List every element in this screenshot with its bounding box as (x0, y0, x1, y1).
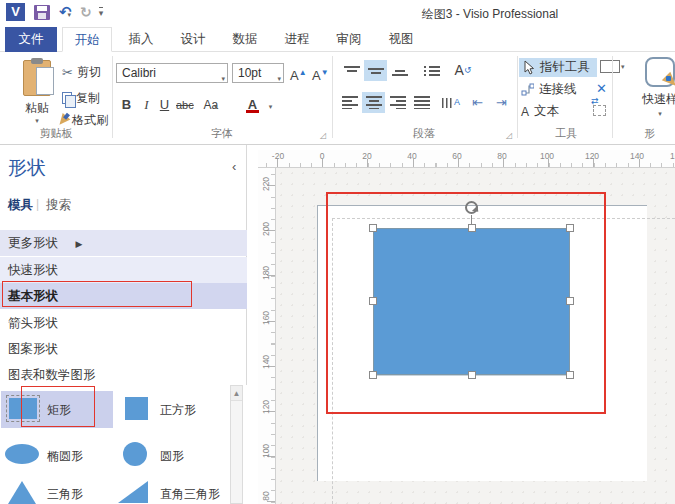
paste-caret-icon[interactable]: ▾ (16, 117, 58, 125)
align-top-button[interactable] (340, 60, 363, 81)
quick-styles-caret-icon[interactable]: ▾ (640, 110, 675, 118)
align-left-button[interactable] (338, 92, 361, 113)
undo-button[interactable]: ↶▾ (59, 3, 71, 21)
font-size-dropdown-icon[interactable]: ▾ (277, 70, 281, 88)
ruler-label: 20 (356, 151, 378, 161)
redo-icon[interactable]: ↻ (80, 4, 92, 20)
justify-button[interactable] (410, 92, 433, 113)
connection-point-tool-button[interactable]: ✕ (596, 81, 607, 96)
italic-button[interactable]: I (138, 95, 155, 115)
gallery-item-circle[interactable] (123, 442, 147, 466)
font-color-button[interactable]: A (244, 95, 261, 115)
gallery-scrollbar[interactable]: ▲ (230, 385, 243, 504)
tab-process[interactable]: 进程 (274, 27, 320, 52)
font-name-combobox[interactable]: Calibri ▾ (116, 63, 228, 83)
pointer-tool-button[interactable]: 指针工具 (519, 58, 597, 77)
save-icon[interactable] (34, 5, 50, 20)
ruler-label: 80 (261, 483, 271, 504)
ruler-label: 120 (261, 394, 271, 420)
quick-styles-icon (645, 57, 675, 87)
font-dialog-launcher-icon[interactable]: ◿ (320, 131, 329, 140)
gallery-item-triangle[interactable] (8, 481, 36, 504)
ruler-label: 140 (261, 349, 271, 375)
ruler-label: 160 (261, 305, 271, 331)
ribbon-tab-row: 文件 开始 插入 设计 数据 进程 审阅 视图 (0, 27, 675, 52)
gallery-item-right-triangle[interactable] (118, 481, 148, 503)
gallery-label-right-triangle[interactable]: 直角三角形 (160, 486, 220, 503)
group-separator (517, 56, 518, 138)
font-size-combobox[interactable]: 10pt ▾ (232, 63, 284, 83)
gallery-item-ellipse[interactable] (5, 444, 39, 464)
connector-tool-label: 连接线 (539, 81, 577, 98)
change-case-caret-icon[interactable]: ▾ (214, 103, 218, 110)
expand-right-icon: ▶ (75, 239, 82, 249)
paste-button[interactable]: 粘贴 ▾ (16, 58, 58, 134)
undo-caret-icon[interactable]: ▾ (68, 11, 72, 18)
pointer-arrow-icon (522, 60, 535, 75)
ruler-label: 100 (536, 151, 558, 161)
align-right-button[interactable] (386, 92, 409, 113)
tab-home[interactable]: 开始 (62, 27, 112, 52)
visio-app-icon[interactable]: V (6, 3, 25, 21)
grow-font-button[interactable]: A▲ (290, 63, 307, 83)
rectangle-tool-icon (600, 60, 620, 73)
tab-data[interactable]: 数据 (222, 27, 268, 52)
rotate-text-button[interactable]: A↺ (450, 58, 476, 82)
tab-insert[interactable]: 插入 (118, 27, 164, 52)
align-middle-button[interactable] (364, 60, 387, 81)
gallery-label-square[interactable]: 正方形 (160, 402, 196, 419)
connector-tool-button[interactable]: 连接线 (521, 81, 577, 98)
font-name-value: Calibri (122, 66, 156, 80)
cut-button[interactable]: ✂ 剪切 (60, 62, 103, 82)
scroll-up-icon[interactable]: ▲ (231, 386, 242, 401)
shrink-font-button[interactable]: A▼ (312, 63, 329, 83)
bold-button[interactable]: B (118, 95, 135, 115)
copy-label: 复制 (76, 90, 100, 107)
decrease-indent-button[interactable]: ⇤ (466, 92, 489, 113)
ruler-label: 160 (666, 151, 675, 161)
copy-button[interactable]: 复制 (60, 88, 102, 108)
group-separator (332, 56, 333, 138)
tab-design[interactable]: 设计 (170, 27, 216, 52)
font-name-dropdown-icon[interactable]: ▾ (221, 70, 225, 88)
title-bar: V ↶▾ ↻ ▾ 绘图3 - Visio Professional (0, 0, 675, 27)
align-center-button[interactable] (362, 92, 385, 113)
text-tool-button[interactable]: A 文本 (521, 103, 559, 120)
underline-button[interactable]: U (156, 95, 173, 115)
stencil-item-arrow-shapes[interactable]: 箭头形状 (0, 310, 247, 336)
quick-styles-button[interactable]: 快速样 ▾ (640, 57, 675, 118)
gallery-label-ellipse[interactable]: 椭圆形 (47, 448, 83, 465)
gallery-label-circle[interactable]: 圆形 (160, 448, 184, 465)
gallery-label-triangle[interactable]: 三角形 (47, 486, 83, 503)
bullets-button[interactable] (420, 60, 443, 81)
annotation-box-rectangle (21, 386, 95, 427)
tab-stencils[interactable]: 模具 (8, 197, 33, 214)
tab-review[interactable]: 审阅 (326, 27, 372, 52)
tab-search[interactable]: 搜索 (46, 197, 71, 214)
ribbon: 粘贴 ▾ ✂ 剪切 复制 格式刷 剪贴板 Calibri ▾ 10pt ▾ A▲… (0, 52, 675, 145)
visio-window: V ↶▾ ↻ ▾ 绘图3 - Visio Professional 文件 开始 … (0, 0, 675, 504)
stencil-item-pattern-shapes[interactable]: 图案形状 (0, 336, 247, 362)
gallery-item-square[interactable] (125, 397, 148, 420)
cut-label: 剪切 (77, 64, 101, 81)
tab-file[interactable]: 文件 (5, 27, 57, 52)
strikethrough-button[interactable]: abc (176, 95, 194, 115)
horizontal-ruler: -20 0 20 40 60 80 100 120 140 160 (258, 150, 675, 168)
stencil-item-quick-shapes[interactable]: 快速形状 (0, 257, 247, 283)
rotate-shape-tool-button[interactable] (593, 105, 606, 116)
font-color-caret-icon[interactable]: ▾ (264, 95, 281, 115)
paste-label: 粘贴 (16, 100, 58, 117)
tab-view[interactable]: 视图 (378, 27, 424, 52)
pointer-tool-label: 指针工具 (540, 59, 590, 76)
change-case-button[interactable]: Aa▾ (202, 95, 219, 115)
rectangle-tool-caret-icon[interactable]: ▾ (621, 63, 625, 71)
align-bottom-button[interactable] (388, 60, 411, 81)
customize-qat-icon[interactable]: ▾ (99, 7, 104, 18)
paragraph-dialog-launcher-icon[interactable]: ◿ (506, 131, 515, 140)
window-title: 绘图3 - Visio Professional (340, 6, 640, 23)
text-direction-button[interactable]: A (438, 92, 464, 113)
text-tool-icon: A (521, 105, 529, 119)
increase-indent-button[interactable]: ⇥ (490, 92, 513, 113)
collapse-panel-icon[interactable]: ‹ (232, 159, 236, 174)
stencil-item-more-shapes[interactable]: 更多形状 ▶ (0, 230, 247, 256)
